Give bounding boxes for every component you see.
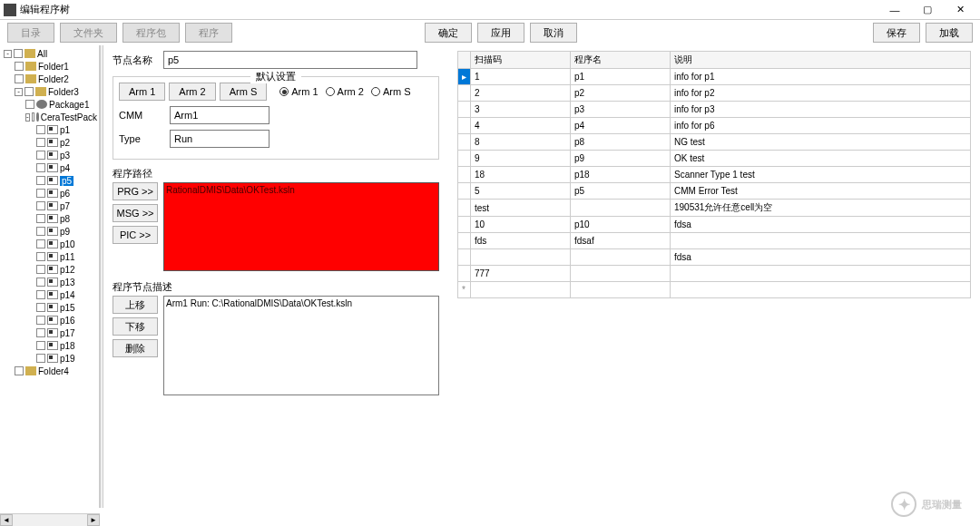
- tree-label[interactable]: p18: [60, 341, 75, 351]
- tree-label[interactable]: p3: [60, 151, 70, 161]
- cell-prog[interactable]: p3: [570, 102, 670, 118]
- cell-note[interactable]: NG test: [670, 134, 970, 151]
- save-button[interactable]: 保存: [873, 23, 920, 43]
- cell-scan[interactable]: 8: [471, 134, 571, 151]
- cell-scan[interactable]: 4: [471, 118, 571, 134]
- cell-scan[interactable]: [471, 249, 571, 266]
- cell-note[interactable]: fdsa: [670, 249, 970, 266]
- tree-checkbox[interactable]: [36, 151, 45, 160]
- close-button[interactable]: ✕: [944, 1, 976, 19]
- table-row[interactable]: fdsfdsaf: [458, 233, 971, 249]
- cell-scan[interactable]: 1: [471, 69, 571, 85]
- cell-note[interactable]: OK test: [670, 151, 970, 167]
- tree-checkbox[interactable]: [15, 74, 24, 83]
- table-row[interactable]: test190531允许任意cell为空: [458, 200, 971, 217]
- tree-checkbox[interactable]: [36, 290, 45, 299]
- prg-button[interactable]: PRG >>: [113, 182, 158, 200]
- cell-note[interactable]: Scanner Type 1 test: [670, 167, 970, 183]
- cell-scan[interactable]: 18: [471, 167, 571, 183]
- table-row[interactable]: 5p5CMM Error Test: [458, 183, 971, 200]
- tree-checkbox[interactable]: [36, 227, 45, 236]
- folder-button[interactable]: 文件夹: [60, 23, 117, 43]
- cell-prog[interactable]: [570, 249, 670, 266]
- cell-note[interactable]: info for p2: [670, 85, 970, 102]
- collapse-icon[interactable]: -: [4, 50, 12, 58]
- cell-prog[interactable]: p2: [570, 85, 670, 102]
- col-note[interactable]: 说明: [670, 52, 970, 69]
- cell-note[interactable]: [670, 233, 970, 249]
- cell-note[interactable]: fdsa: [670, 217, 970, 233]
- tree-checkbox[interactable]: [36, 214, 45, 223]
- tree-h-scrollbar[interactable]: ◄ ►: [0, 513, 100, 526]
- tree-checkbox[interactable]: [36, 354, 45, 363]
- cell-scan[interactable]: 9: [471, 151, 571, 167]
- tree-label[interactable]: p2: [60, 138, 70, 148]
- tree-node[interactable]: p7: [2, 200, 97, 212]
- tree-node[interactable]: p15: [2, 301, 97, 314]
- tree-node[interactable]: p16: [2, 314, 97, 326]
- table-row[interactable]: 8p8NG test: [458, 134, 971, 151]
- tree-checkbox[interactable]: [36, 201, 45, 210]
- tree-label[interactable]: Folder2: [38, 74, 69, 84]
- tree-label[interactable]: p12: [60, 265, 75, 275]
- tree-node[interactable]: p8: [2, 212, 97, 225]
- tree-checkbox[interactable]: [25, 100, 34, 109]
- cell-scan[interactable]: 5: [471, 183, 571, 200]
- tree-node[interactable]: -Folder3: [2, 85, 97, 98]
- tree-checkbox[interactable]: [36, 176, 45, 185]
- cell-prog[interactable]: p5: [570, 183, 670, 200]
- cell-prog[interactable]: p10: [570, 217, 670, 233]
- package-button[interactable]: 程序包: [122, 23, 180, 43]
- cell-scan[interactable]: 3: [471, 102, 571, 118]
- table-row[interactable]: 18p18Scanner Type 1 test: [458, 167, 971, 183]
- table-row[interactable]: 2p2info for p2: [458, 85, 971, 102]
- tree-checkbox[interactable]: [32, 112, 35, 122]
- tree-label[interactable]: p6: [60, 189, 70, 199]
- tree-view[interactable]: -AllFolder1Folder2-Folder3Package1-CeraT…: [0, 45, 100, 508]
- table-row[interactable]: 3p3info for p3: [458, 102, 971, 118]
- cell-prog[interactable]: [570, 266, 670, 282]
- confirm-button[interactable]: 确定: [425, 23, 472, 43]
- cell-note[interactable]: CMM Error Test: [670, 183, 970, 200]
- cell-note[interactable]: [670, 266, 970, 282]
- load-button[interactable]: 加载: [926, 23, 973, 43]
- tree-checkbox[interactable]: [36, 328, 45, 337]
- tree-checkbox[interactable]: [36, 239, 45, 248]
- scroll-left-icon[interactable]: ◄: [0, 514, 13, 526]
- collapse-icon[interactable]: -: [25, 113, 30, 122]
- pic-button[interactable]: PIC >>: [113, 226, 158, 244]
- tree-node[interactable]: p1: [2, 123, 97, 136]
- apply-button[interactable]: 应用: [477, 23, 524, 43]
- cell-prog[interactable]: p4: [570, 118, 670, 134]
- program-button[interactable]: 程序: [185, 23, 232, 43]
- cell-note[interactable]: 190531允许任意cell为空: [670, 200, 970, 217]
- program-path-box[interactable]: RationalDMIS\Data\OKTest.ksln: [163, 182, 439, 271]
- tree-label[interactable]: Folder1: [38, 62, 69, 72]
- collapse-icon[interactable]: -: [15, 88, 23, 96]
- tree-label[interactable]: p5: [60, 176, 74, 186]
- type-input[interactable]: [170, 130, 270, 148]
- tree-label[interactable]: CeraTestPack: [41, 112, 97, 122]
- tree-node[interactable]: p2: [2, 136, 97, 149]
- tree-label[interactable]: p13: [60, 278, 75, 287]
- arm1-tab[interactable]: Arm 1: [119, 83, 165, 101]
- tree-node[interactable]: p5: [2, 174, 97, 187]
- tree-checkbox[interactable]: [36, 303, 45, 312]
- tree-node[interactable]: p18: [2, 339, 97, 352]
- tree-checkbox[interactable]: [36, 341, 45, 350]
- table-row[interactable]: fdsa: [458, 249, 971, 266]
- tree-checkbox[interactable]: [36, 265, 45, 274]
- tree-label[interactable]: p7: [60, 201, 70, 211]
- tree-checkbox[interactable]: [36, 163, 45, 172]
- maximize-button[interactable]: ▢: [911, 1, 944, 19]
- cell-note[interactable]: info for p6: [670, 118, 970, 134]
- arms-tab[interactable]: Arm S: [220, 83, 268, 101]
- move-down-button[interactable]: 下移: [113, 317, 158, 336]
- tree-node[interactable]: Package1: [2, 98, 97, 111]
- tree-checkbox[interactable]: [36, 125, 45, 134]
- description-box[interactable]: Arm1 Run: C:\RationalDMIS\Data\OKTest.ks…: [163, 296, 439, 395]
- cell-scan[interactable]: test: [471, 200, 571, 217]
- tree-label[interactable]: Folder3: [48, 87, 79, 97]
- tree-checkbox[interactable]: [36, 278, 45, 287]
- cmm-input[interactable]: [170, 106, 270, 124]
